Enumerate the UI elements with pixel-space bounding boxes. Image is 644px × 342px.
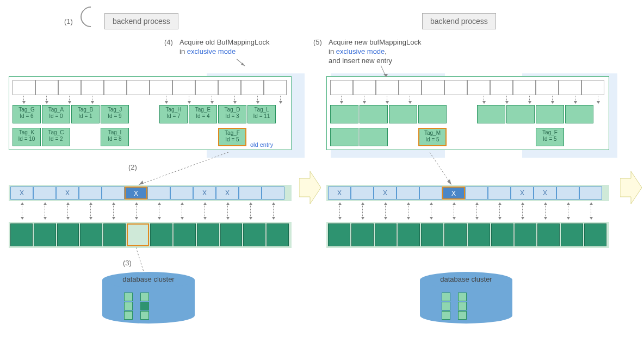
buf-cell: X <box>56 186 79 200</box>
gap <box>71 128 100 146</box>
biarrow-icon <box>545 203 546 219</box>
buf-cell: X <box>511 186 534 200</box>
biarrow-icon <box>522 203 523 219</box>
biarrow-icon <box>250 203 251 219</box>
hash-entry-blank <box>418 105 447 123</box>
block-cell <box>398 223 420 246</box>
hash-bucket <box>536 80 559 95</box>
arrow-icon <box>484 96 484 103</box>
backend-process-right: backend process <box>422 13 496 29</box>
block-cell <box>375 223 397 246</box>
biarrow-icon <box>591 203 591 219</box>
buffer-pool-strip-left <box>9 222 292 248</box>
hash-bucket <box>195 80 218 95</box>
caption-step-5: Acquire new bufMappingLock in exclusive … <box>329 38 422 66</box>
arrow-icon <box>598 96 598 103</box>
hash-bucket <box>330 80 353 95</box>
step-5-label: (5) <box>313 38 322 46</box>
biarrow-icon <box>454 203 454 219</box>
transition-arrow-icon <box>299 169 321 207</box>
buffer-descriptor-strip-right: X X X X X <box>326 185 609 201</box>
block-cell <box>150 223 172 246</box>
hash-bucket <box>513 80 536 95</box>
caption4-line1: Acquire old BufMappingLock <box>179 38 270 46</box>
buf-cell: X <box>216 186 239 200</box>
caption4-line2-em: exclusive mode <box>187 47 236 55</box>
caption5-line2-em: exclusive mode <box>336 47 385 55</box>
bucket-row-right <box>330 80 605 95</box>
hash-entry: Tag_HId = 7 <box>159 105 188 123</box>
database-cylinder-left: database cluster <box>102 272 195 324</box>
buf-cell <box>419 186 442 200</box>
arrow-icon <box>234 96 235 103</box>
hash-bucket <box>490 80 513 95</box>
hash-bucket <box>150 80 172 95</box>
db-label-right: database cluster <box>420 275 512 283</box>
biarrow-icon <box>499 203 500 219</box>
hash-entry-blank <box>330 105 358 123</box>
block-cell <box>34 223 56 246</box>
loop-arrow-icon <box>76 2 106 32</box>
buf-cell <box>488 186 511 200</box>
biarrow-icon <box>22 203 22 219</box>
arrow-icon <box>69 96 70 103</box>
caption5-callout-line <box>381 65 392 79</box>
caption-step-4: Acquire old BufMappingLock in exclusive … <box>179 38 270 57</box>
buf-cell <box>556 186 579 200</box>
buffer-pool-strip-right <box>326 222 609 248</box>
old-entry-label: old entry <box>250 141 273 148</box>
arrow-icon <box>506 96 507 103</box>
hash-bucket <box>35 80 58 95</box>
biarrow-icon <box>339 203 340 219</box>
buf-cell <box>262 186 284 200</box>
block-cell <box>220 223 243 246</box>
database-cylinder-right: database cluster <box>420 272 512 324</box>
hash-entry-blank <box>536 105 564 123</box>
block-cell <box>197 223 219 246</box>
arrow-icon <box>280 96 281 103</box>
biarrow-icon <box>408 203 408 219</box>
hash-entry: Tag_LId = 11 <box>247 105 276 123</box>
buf-cell <box>170 186 193 200</box>
hash-bucket <box>13 80 35 95</box>
block-cell <box>584 223 606 246</box>
hash-entry: Tag_KId = 10 <box>13 128 41 146</box>
hash-entry-blank <box>506 105 535 123</box>
svg-marker-7 <box>383 74 388 77</box>
arrow-icon <box>46 96 47 103</box>
entry-row-2-left: Tag_KId = 10 Tag_CId = 2 Tag_IId = 8 Tag… <box>13 128 288 146</box>
arrow-icon <box>575 96 575 103</box>
block-cell <box>351 223 374 246</box>
hash-entry: Tag_IId = 8 <box>101 128 129 146</box>
gap <box>130 105 158 123</box>
block-cell <box>537 223 560 246</box>
hash-entry: Tag_EId = 4 <box>189 105 217 123</box>
arrow-icon <box>552 96 553 103</box>
biarrow-icon <box>182 203 182 219</box>
biarrow-icon <box>113 203 114 219</box>
gap <box>389 128 417 146</box>
step-4-label: (4) <box>164 38 173 46</box>
hash-bucket <box>58 80 81 95</box>
arrow-icon <box>387 96 387 103</box>
pointer-new-entry-to-buf <box>430 152 457 188</box>
db-cells-left <box>124 293 149 320</box>
arrow-icon <box>212 96 212 103</box>
arrow-icon <box>529 96 530 103</box>
diagram-root: (1) backend process backend process (4) … <box>0 0 644 342</box>
pointer-old-entry-to-buf <box>136 152 234 188</box>
caption5-line2-post: , <box>385 47 387 55</box>
biarrow-icon <box>67 203 68 219</box>
transition-arrow-icon <box>620 169 642 207</box>
biarrow-icon <box>362 203 363 219</box>
buf-cell <box>397 186 419 200</box>
db-cells-right <box>442 293 467 320</box>
biarrow-icon <box>431 203 431 219</box>
buf-cell-selected: X <box>442 186 465 200</box>
block-cell <box>561 223 583 246</box>
entry-row-1-right <box>330 105 605 123</box>
biarrow-icon <box>45 203 45 219</box>
buf-cell <box>33 186 56 200</box>
buf-cell <box>351 186 374 200</box>
hash-bucket <box>218 80 241 95</box>
